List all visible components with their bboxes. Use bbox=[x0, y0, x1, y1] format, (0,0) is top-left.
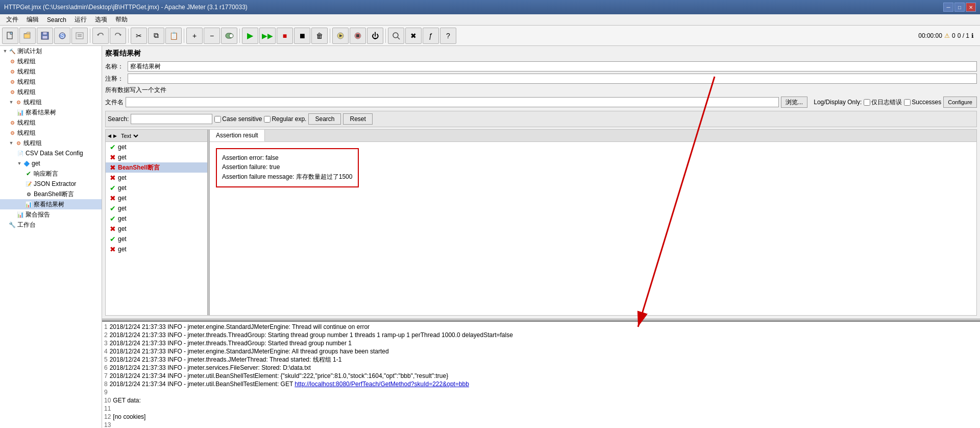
new-button[interactable] bbox=[2, 28, 18, 44]
sidebar-item-tg5[interactable]: ▼ ⚙ 线程组 bbox=[0, 97, 102, 107]
help-button-toolbar[interactable]: ? bbox=[440, 28, 456, 44]
result-item-4[interactable]: ✖ get bbox=[106, 173, 207, 183]
scroll-right-btn[interactable]: ▶ bbox=[113, 133, 117, 138]
redo-button[interactable] bbox=[110, 28, 126, 44]
sidebar-item-tg8[interactable]: ▼ ⚙ 线程组 bbox=[0, 138, 102, 148]
sidebar-item-get[interactable]: ▼ 🔷 get bbox=[0, 158, 102, 169]
result-item-10[interactable]: ✔ get bbox=[106, 234, 207, 244]
browse-button[interactable]: 浏览... bbox=[781, 97, 807, 108]
remote-start-button[interactable] bbox=[332, 28, 349, 44]
sidebar-item-aggregate[interactable]: 📊 聚合报告 bbox=[0, 209, 102, 220]
status-icon-4: ✖ bbox=[110, 174, 116, 182]
save-service-button[interactable]: S bbox=[54, 28, 70, 44]
sidebar-item-testplan[interactable]: ▼ 🔨 测试计划 bbox=[0, 46, 102, 56]
errors-only-checkbox-label[interactable]: 仅日志错误 bbox=[864, 98, 902, 107]
regular-exp-label[interactable]: Regular exp. bbox=[264, 115, 306, 123]
sidebar-item-tg4[interactable]: ⚙ 线程组 bbox=[0, 87, 102, 97]
sidebar-item-response-assertion[interactable]: ✔ 响应断言 bbox=[0, 169, 102, 179]
result-item-5[interactable]: ✔ get bbox=[106, 183, 207, 193]
sidebar-item-csv[interactable]: 📄 CSV Data Set Config bbox=[0, 148, 102, 158]
cut-button[interactable]: ✂ bbox=[131, 28, 147, 44]
result-item-9[interactable]: ✖ get bbox=[106, 224, 207, 234]
log-link-1[interactable]: http://localhost:8080/PerfTeach/GetMetho… bbox=[295, 381, 469, 388]
status-icon-3: ✖ bbox=[110, 163, 116, 172]
sidebar-item-tg6[interactable]: ⚙ 线程组 bbox=[0, 117, 102, 128]
sidebar-item-workbench[interactable]: 🔧 工作台 bbox=[0, 220, 102, 230]
result-item-3[interactable]: ✖ BeanShell断言 bbox=[106, 162, 207, 173]
name-input[interactable] bbox=[128, 61, 977, 72]
remote-shutdown-button[interactable]: ⏻ bbox=[367, 28, 383, 44]
status-icon-6: ✖ bbox=[110, 194, 116, 202]
result-item-2[interactable]: ✖ get bbox=[106, 152, 207, 162]
expand-button[interactable]: + bbox=[186, 28, 203, 44]
copy-button[interactable]: ⧉ bbox=[148, 28, 164, 44]
menu-options[interactable]: 选项 bbox=[91, 14, 111, 25]
filename-input[interactable] bbox=[126, 97, 779, 107]
result-label-11: get bbox=[118, 246, 127, 253]
result-item-11[interactable]: ✖ get bbox=[106, 244, 207, 254]
log-panel: 12018/12/24 21:37:33 INFO - jmeter.engin… bbox=[102, 321, 980, 428]
start-no-pause-button[interactable]: ▶▶ bbox=[259, 28, 276, 44]
paste-button[interactable]: 📋 bbox=[165, 28, 182, 44]
sidebar-item-beanshell-assertion[interactable]: ⚙ BeanShell断言 bbox=[0, 189, 102, 199]
sidebar-item-srt2[interactable]: 📊 察看结果树 bbox=[0, 199, 102, 209]
comment-label: 注释： bbox=[105, 75, 126, 83]
tg1-icon: ⚙ bbox=[8, 57, 16, 65]
menubar: 文件 编辑 Search 运行 选项 帮助 bbox=[0, 14, 980, 26]
svg-text:S: S bbox=[60, 32, 64, 39]
sidebar-item-srt1[interactable]: 📊 察看结果树 bbox=[0, 107, 102, 117]
column-select[interactable]: Text bbox=[119, 132, 140, 139]
shutdown-button[interactable]: ⏹ bbox=[294, 28, 310, 44]
menu-run[interactable]: 运行 bbox=[70, 14, 91, 25]
menu-search[interactable]: Search bbox=[43, 15, 70, 25]
function-helper-button[interactable]: ƒ bbox=[423, 28, 439, 44]
templates-button[interactable] bbox=[71, 28, 88, 44]
menu-file[interactable]: 文件 bbox=[2, 14, 22, 25]
collapse-button[interactable]: − bbox=[204, 28, 220, 44]
result-item-8[interactable]: ✔ get bbox=[106, 213, 207, 224]
result-item-1[interactable]: ✔ get bbox=[106, 142, 207, 152]
errors-only-checkbox[interactable] bbox=[864, 99, 870, 106]
clear-search-button[interactable]: ✖ bbox=[405, 28, 422, 44]
close-button[interactable]: ✕ bbox=[966, 3, 976, 12]
case-sensitive-label[interactable]: Case sensitive bbox=[214, 115, 262, 123]
undo-button[interactable] bbox=[92, 28, 109, 44]
comment-input[interactable] bbox=[128, 74, 977, 84]
start-button[interactable]: ▶ bbox=[242, 28, 258, 44]
result-item-7[interactable]: ✔ get bbox=[106, 203, 207, 213]
reset-button-panel[interactable]: Reset bbox=[343, 113, 372, 125]
result-item-6[interactable]: ✖ get bbox=[106, 193, 207, 203]
errors-only-label: 仅日志错误 bbox=[871, 98, 902, 107]
sidebar-item-tg1[interactable]: ⚙ 线程组 bbox=[0, 56, 102, 66]
result-label-8: get bbox=[118, 215, 127, 222]
file-section: 所有数据写入一个文件 bbox=[105, 86, 977, 94]
search-button[interactable] bbox=[388, 28, 404, 44]
toolbar-sep-6 bbox=[385, 29, 386, 43]
minimize-button[interactable]: ─ bbox=[943, 3, 953, 12]
regular-exp-checkbox[interactable] bbox=[264, 116, 271, 123]
successes-checkbox[interactable] bbox=[904, 99, 911, 106]
successes-checkbox-label[interactable]: Successes bbox=[904, 99, 941, 106]
tree-arrow-get: ▼ bbox=[16, 160, 22, 167]
case-sensitive-checkbox[interactable] bbox=[214, 116, 221, 123]
menu-help[interactable]: 帮助 bbox=[111, 14, 132, 25]
tab-assertion-result[interactable]: Assertion result bbox=[210, 130, 265, 141]
sidebar-item-tg2[interactable]: ⚙ 线程组 bbox=[0, 66, 102, 77]
remote-stop-button[interactable] bbox=[350, 28, 366, 44]
save-button[interactable] bbox=[37, 28, 53, 44]
clear-button[interactable]: 🗑 bbox=[311, 28, 328, 44]
scroll-left-btn[interactable]: ◀ bbox=[108, 133, 111, 138]
toolbar-sep-5 bbox=[330, 29, 330, 43]
sidebar-item-json-extractor[interactable]: 📝 JSON Extractor bbox=[0, 179, 102, 189]
menu-edit[interactable]: 编辑 bbox=[22, 14, 43, 25]
stop-button[interactable]: ■ bbox=[277, 28, 293, 44]
search-input[interactable] bbox=[131, 114, 212, 124]
sidebar-item-tg3[interactable]: ⚙ 线程组 bbox=[0, 77, 102, 87]
configure-button[interactable]: Configure bbox=[943, 97, 977, 108]
svg-rect-1 bbox=[24, 34, 30, 38]
maximize-button[interactable]: □ bbox=[954, 3, 965, 12]
open-button[interactable] bbox=[19, 28, 36, 44]
sidebar-item-tg7[interactable]: ⚙ 线程组 bbox=[0, 128, 102, 138]
toggle-button[interactable] bbox=[221, 28, 237, 44]
search-button-panel[interactable]: Search bbox=[308, 113, 341, 125]
